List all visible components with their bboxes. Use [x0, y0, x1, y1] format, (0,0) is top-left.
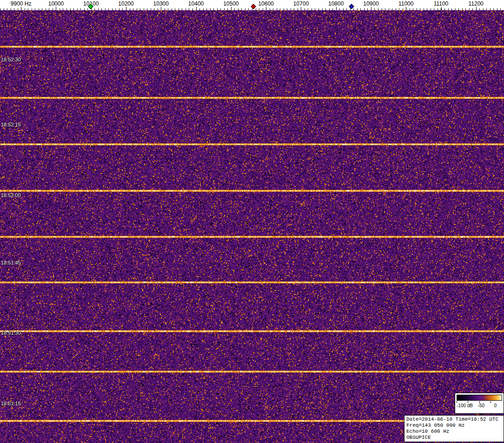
freq-tick-label: 11000	[398, 0, 413, 7]
db-max-label: 0	[494, 403, 497, 408]
waterfall-canvas[interactable]	[0, 10, 504, 443]
spectrogram-window: 9900 Hz100001010010200103001040010500106…	[0, 0, 504, 443]
freq-major-tick	[21, 7, 21, 10]
freq-tick-label: 10200	[118, 0, 133, 7]
freq-tick-label: 10600	[258, 0, 273, 7]
freq-tick-label: 9900 Hz	[11, 0, 32, 7]
time-label: 18:52:30	[1, 57, 21, 62]
time-label: 18:51:30	[1, 330, 21, 336]
freq-major-tick	[336, 7, 337, 10]
freq-tick-label: 10000	[48, 0, 64, 7]
freq-major-tick	[371, 7, 371, 10]
freq-tick-label: 11100	[434, 0, 449, 7]
freq-major-tick	[56, 7, 56, 10]
freq-tick-label: 11200	[469, 0, 484, 7]
frequency-ruler[interactable]: 9900 Hz100001010010200103001040010500106…	[0, 0, 504, 10]
freq-tick-label: 10900	[363, 0, 378, 7]
info-line-freq: Freq=143 050 000 Hz	[406, 423, 502, 429]
freq-tick-label: 10500	[223, 0, 239, 7]
freq-major-tick	[126, 7, 126, 10]
info-line-echo: Echo=10 600 Hz	[406, 429, 502, 435]
db-color-scale: -100 dB -50 0	[455, 393, 504, 414]
freq-major-tick	[301, 7, 301, 10]
info-box: Date=2014-06-10 Time=16:52 UTC Freq=143 …	[404, 415, 504, 442]
time-label: 18:51:45	[1, 260, 21, 265]
freq-tick-label: 10300	[153, 0, 169, 7]
freq-tick-label: 10400	[188, 0, 204, 7]
db-min-label: -100 dB	[457, 403, 473, 408]
freq-major-tick	[196, 7, 197, 10]
color-scale-labels: -100 dB -50 0	[457, 403, 502, 410]
color-gradient-bar	[457, 395, 502, 401]
freq-major-tick	[406, 7, 406, 10]
freq-major-tick	[476, 7, 477, 10]
freq-major-tick	[161, 7, 161, 10]
info-line-date: Date=2014-06-10 Time=16:52 UTC	[406, 417, 502, 423]
freq-major-tick	[231, 7, 232, 10]
time-label: 18:52:15	[1, 122, 21, 127]
freq-major-tick	[266, 7, 266, 10]
db-mid-label: -50	[478, 403, 484, 408]
freq-tick-label: 10800	[328, 0, 344, 7]
time-label: 18:51:15	[1, 401, 21, 406]
time-label: 18:52:00	[1, 192, 21, 198]
info-line-station: OBSUPICE	[406, 435, 502, 441]
ruler-minor-ticks	[0, 8, 504, 10]
freq-major-tick	[441, 7, 442, 10]
freq-tick-label: 10700	[293, 0, 309, 7]
waterfall-display[interactable]: -100 dB -50 0 Date=2014-06-10 Time=16:52…	[0, 10, 504, 443]
